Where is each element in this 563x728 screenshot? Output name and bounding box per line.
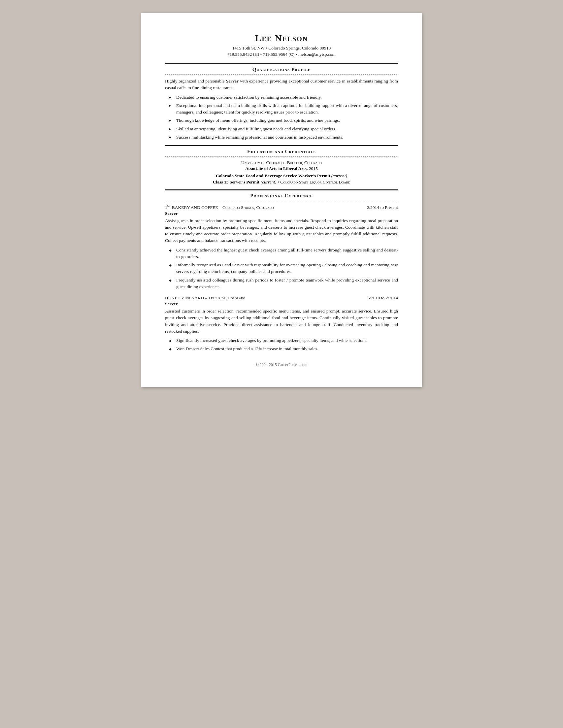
footer-text: © 2004-2015 CareerPerfect.com <box>256 362 308 367</box>
exp-job-1-title: Server <box>165 211 398 216</box>
exp-job-2-company: HUNEE VINEYARD – Telluride, Colorado <box>165 295 245 301</box>
exp-job-2-header: HUNEE VINEYARD – Telluride, Colorado 6/2… <box>165 295 398 301</box>
edu-school-name: University of Colorado <box>241 160 284 165</box>
qual-bottom-divider <box>165 74 398 75</box>
exp-job-1-bullets: Consistently achieved the highest guest … <box>165 247 398 290</box>
exp-job-1-bullet-3: Frequently assisted colleagues during ru… <box>168 277 398 290</box>
exp-job-1: 1ST BAKERY AND COFFEE – Colorado Springs… <box>165 204 398 290</box>
edu-school-location: – Boulder, Colorado <box>284 160 322 165</box>
exp-heading: Professional Experience <box>165 192 398 199</box>
exp-job-1-bullet-1: Consistently achieved the highest guest … <box>168 247 398 260</box>
exp-job-2-bullets: Significantly increased guest check aver… <box>165 337 398 352</box>
qual-top-divider <box>165 63 398 64</box>
edu-cert2-name: Class 13 Server's Permit <box>213 180 259 184</box>
contact-line: 719.555.8432 (H) • 719.555.9564 (C) • ln… <box>165 52 398 57</box>
qual-bullet-2: Exceptional interpersonal and team build… <box>168 102 398 116</box>
qual-heading: Qualifications Profile <box>165 65 398 73</box>
exp-job-1-desc: Assist guests in order selection by prom… <box>165 217 398 244</box>
footer: © 2004-2015 CareerPerfect.com <box>165 362 398 367</box>
edu-top-divider <box>165 145 398 146</box>
edu-cert2-board: Colorado State Liquor Control Board <box>280 180 350 184</box>
exp-job-2-desc: Assisted customers in order selection, r… <box>165 308 398 335</box>
exp-job-1-bullet-2: Informally recognized as Lead Server wit… <box>168 262 398 275</box>
resume-page: Lee Nelson 1415 16th St. NW • Colorado S… <box>141 13 422 387</box>
edu-degree: Associate of Arts in Liberal Arts, 2015 <box>165 166 398 171</box>
edu-school: University of Colorado– Boulder, Colorad… <box>165 160 398 165</box>
exp-job-2-bullet-1: Significantly increased guest check aver… <box>168 337 398 344</box>
exp-top-divider <box>165 189 398 190</box>
edu-cert2-status: (current) <box>259 180 277 184</box>
qual-bullet-4: Skilled at anticipating, identifying and… <box>168 126 398 132</box>
exp-job-1-header: 1ST BAKERY AND COFFEE – Colorado Springs… <box>165 204 398 210</box>
edu-bottom-divider <box>165 156 398 157</box>
exp-job-2: HUNEE VINEYARD – Telluride, Colorado 6/2… <box>165 295 398 352</box>
edu-degree-year: 2015 <box>308 166 317 171</box>
edu-cert1-name: Colorado State Food and Beverage Service… <box>216 173 330 178</box>
edu-cert1: Colorado State Food and Beverage Service… <box>165 173 398 179</box>
edu-cert2: Class 13 Server's Permit (current) • Col… <box>165 180 398 185</box>
exp-job-1-dates: 2/2014 to Present <box>367 205 398 210</box>
qual-intro: Highly organized and personable Server w… <box>165 78 398 91</box>
qual-bullet-1: Dedicated to ensuring customer satisfact… <box>168 94 398 101</box>
candidate-name: Lee Nelson <box>165 33 398 44</box>
qual-bullet-3: Thorough knowledge of menu offerings, in… <box>168 117 398 124</box>
exp-job-2-title: Server <box>165 301 398 307</box>
exp-job-2-bullet-2: Won Dessert Sales Contest that produced … <box>168 346 398 352</box>
exp-bottom-divider <box>165 201 398 201</box>
qual-bullets: Dedicated to ensuring customer satisfact… <box>165 94 398 141</box>
qual-bullet-5: Success multitasking while remaining pro… <box>168 134 398 141</box>
address-line: 1415 16th St. NW • Colorado Springs, Col… <box>165 46 398 51</box>
edu-heading: Education and Credentials <box>165 148 398 155</box>
edu-degree-name: Associate of Arts in Liberal Arts, <box>245 166 308 171</box>
exp-job-1-company: 1ST BAKERY AND COFFEE – Colorado Springs… <box>165 204 274 210</box>
resume-header: Lee Nelson 1415 16th St. NW • Colorado S… <box>165 33 398 57</box>
edu-cert1-status: (current) <box>330 173 347 178</box>
exp-job-2-dates: 6/2010 to 2/2014 <box>368 295 398 301</box>
qual-server-bold: Server <box>226 79 239 83</box>
